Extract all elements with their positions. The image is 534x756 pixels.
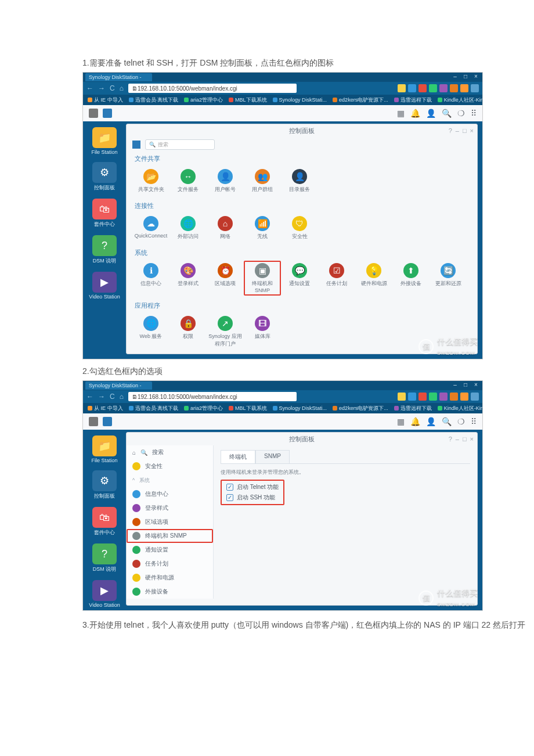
bookmark[interactable]: 迅雷会员·离线下载 [129, 96, 179, 104]
cp-group[interactable]: 👥用户群组 [244, 167, 281, 196]
search-icon[interactable]: 🔍 [442, 417, 452, 426]
bookmark[interactable]: Synology DiskStati... [273, 405, 327, 411]
cp-help-icon[interactable]: ? [449, 127, 452, 134]
cp-privileges[interactable]: 🔒权限 [169, 314, 207, 350]
ext-icon[interactable] [398, 84, 406, 92]
bookmark[interactable]: Synology DiskStati... [273, 97, 327, 103]
bookmark[interactable]: aria2管理中心 [184, 405, 223, 412]
ext-icon[interactable] [408, 84, 416, 92]
panel-icon[interactable] [103, 417, 112, 426]
cp-max-icon[interactable]: □ [463, 435, 467, 442]
maximize-icon[interactable]: □ [461, 381, 470, 388]
sidebar-item-packagecenter[interactable]: 🛍套件中心 [87, 505, 122, 539]
minimize-icon[interactable]: – [451, 73, 459, 80]
cp-media-library[interactable]: 🎞媒体库 [244, 314, 281, 350]
bookmark[interactable]: 从 IE 中导入 [88, 96, 123, 104]
reload-icon[interactable]: C [110, 393, 116, 401]
tab-terminal[interactable]: 终端机 [221, 450, 255, 463]
ext-icon[interactable] [439, 84, 448, 92]
nav-forward-icon[interactable]: → [98, 84, 106, 92]
nav-back-icon[interactable]: ← [86, 84, 95, 92]
cp-shared-folder[interactable]: 📂共享文件夹 [132, 167, 169, 196]
home-icon[interactable]: ⌂ [120, 84, 125, 92]
browser-tab[interactable]: Synology DiskStation - [85, 381, 152, 390]
bookmark[interactable]: 迅雷远程下载 [394, 96, 432, 104]
sidebar-item-videostation[interactable]: ▶Video Station [87, 578, 122, 610]
bookmark[interactable]: MBL下载系统 [229, 96, 267, 104]
cp-info-center[interactable]: ℹ信息中心 [132, 261, 169, 296]
cp-app-portal[interactable]: ↗Synology 应用程序门户 [207, 314, 244, 350]
widget-icon[interactable]: ▦ [397, 109, 405, 118]
cp-hardware-power[interactable]: 💡硬件和电源 [355, 261, 392, 296]
cp-security[interactable]: 🛡安全性 [281, 214, 318, 243]
ext-icon[interactable] [418, 84, 427, 92]
cp-notification[interactable]: 💬通知设置 [281, 261, 318, 296]
ext-icon[interactable] [408, 393, 416, 401]
close-icon[interactable]: × [472, 381, 480, 388]
bookmark[interactable]: Kindle人社区-Kindl... [438, 96, 482, 104]
bookmark[interactable]: Kindle人社区-Kindl... [438, 405, 482, 412]
sidebar-item-filestation[interactable]: 📁File Station [87, 433, 122, 466]
minimize-icon[interactable]: – [451, 381, 459, 388]
cp-help-icon[interactable]: ? [449, 435, 452, 442]
cp-external-access[interactable]: 🌐外部访问 [169, 214, 207, 243]
cp-network[interactable]: ⌂网络 [207, 214, 244, 243]
panel-icon[interactable] [103, 109, 112, 118]
cp-web-services[interactable]: 🌐Web 服务 [132, 314, 169, 350]
sidebar-item-help[interactable]: ?DSM 说明 [87, 541, 122, 575]
bookmark[interactable]: ed2kers电驴资源下... [333, 405, 388, 412]
help-icon[interactable]: ❍ [457, 109, 465, 118]
cp-side-home[interactable]: ⌂🔍搜索 [127, 445, 213, 459]
ext-icon[interactable] [450, 393, 458, 401]
pilot-icon[interactable]: ⠿ [471, 109, 477, 118]
cp-file-services[interactable]: ↔文件服务 [169, 167, 207, 196]
sidebar-item-filestation[interactable]: 📁File Station [87, 125, 122, 157]
nav-forward-icon[interactable]: → [98, 393, 106, 401]
cp-user[interactable]: 👤用户帐号 [207, 167, 244, 196]
bookmark[interactable]: aria2管理中心 [184, 96, 223, 104]
cp-task-scheduler[interactable]: ☑任务计划 [318, 261, 355, 296]
notify-icon[interactable]: 🔔 [410, 109, 420, 118]
cp-side-terminal-snmp[interactable]: 终端机和 SNMP [127, 529, 213, 543]
cp-home-icon[interactable] [132, 141, 140, 149]
browser-tab[interactable]: Synology DiskStation - [85, 73, 152, 81]
search-icon[interactable]: 🔍 [442, 109, 452, 118]
bookmark[interactable]: ed2kers电驴资源下... [333, 96, 388, 104]
ext-icon[interactable] [429, 84, 437, 92]
cp-min-icon[interactable]: – [456, 435, 459, 442]
cp-directory[interactable]: 👤目录服务 [281, 167, 318, 196]
ext-icon[interactable] [460, 393, 468, 401]
cp-side-external[interactable]: 外接设备 [127, 585, 213, 599]
tab-snmp[interactable]: SNMP [255, 450, 290, 463]
cp-side-info[interactable]: 信息中心 [127, 487, 213, 501]
cp-login-style[interactable]: 🎨登录样式 [169, 261, 207, 296]
user-icon[interactable]: 👤 [426, 417, 436, 426]
ext-icon[interactable] [398, 393, 406, 401]
cp-side-login[interactable]: 登录样式 [127, 501, 213, 515]
cp-wireless[interactable]: 📶无线 [244, 214, 281, 243]
sidebar-item-videostation[interactable]: ▶Video Station [87, 269, 122, 302]
ext-icon[interactable] [471, 393, 479, 401]
bookmark[interactable]: 迅雷远程下载 [394, 405, 432, 412]
reload-icon[interactable]: C [110, 84, 116, 92]
cp-close-icon[interactable]: × [470, 435, 474, 442]
ext-icon[interactable] [439, 393, 448, 401]
cp-quickconnect[interactable]: ☁QuickConnect [132, 214, 169, 243]
menu-icon[interactable] [89, 109, 98, 118]
ext-icon[interactable] [418, 393, 427, 401]
close-icon[interactable]: × [472, 73, 480, 80]
home-icon[interactable]: ⌂ [120, 393, 125, 401]
cp-min-icon[interactable]: – [456, 127, 459, 134]
notify-icon[interactable]: 🔔 [410, 417, 420, 426]
cp-update-restore[interactable]: 🔄更新和还原 [430, 261, 467, 296]
cp-terminal-snmp[interactable]: ▣终端机和 SNMP [244, 261, 281, 296]
nav-back-icon[interactable]: ← [86, 393, 95, 401]
cp-side-notify[interactable]: 通知设置 [127, 543, 213, 557]
widget-icon[interactable]: ▦ [397, 417, 405, 426]
bookmark[interactable]: 迅雷会员·离线下载 [129, 405, 179, 412]
ext-icon[interactable] [471, 84, 479, 92]
cp-close-icon[interactable]: × [470, 127, 474, 134]
pilot-icon[interactable]: ⠿ [471, 417, 477, 426]
ext-icon[interactable] [450, 84, 458, 92]
bookmark[interactable]: 从 IE 中导入 [88, 405, 123, 412]
